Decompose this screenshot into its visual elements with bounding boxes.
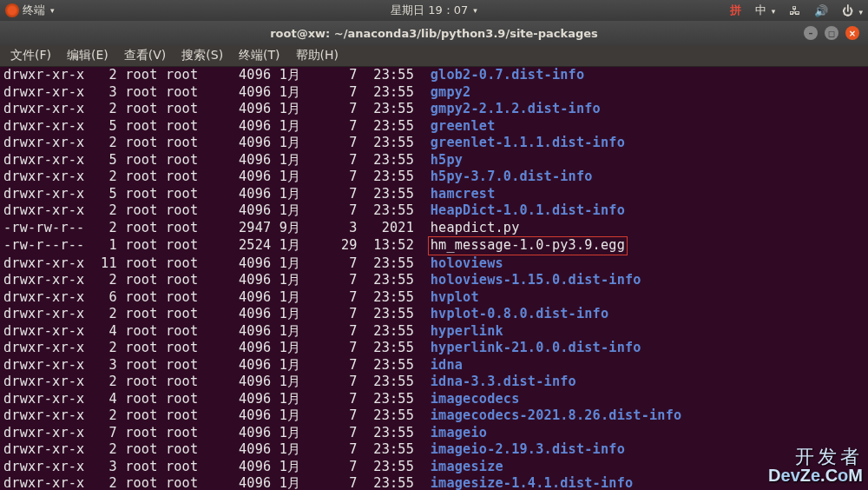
maximize-button[interactable]: ◻ <box>825 26 838 40</box>
ls-row: drwxr-xr-x 4 root root 4096 1月 7 23:55 h… <box>3 323 865 341</box>
minimize-button[interactable]: – <box>804 26 818 40</box>
panel-clock[interactable]: 星期日 19：07 ▾ <box>391 3 477 18</box>
window-title: root@xw: ~/anaconda3/lib/python3.9/site-… <box>270 27 598 40</box>
date-label: 星期日 <box>391 3 424 18</box>
volume-icon[interactable]: 🔊 <box>814 4 828 17</box>
entry-name: holoviews <box>431 255 503 271</box>
entry-name: h5py <box>431 152 463 168</box>
entry-name: imageio <box>431 425 487 440</box>
network-icon[interactable]: 🖧 <box>789 4 800 17</box>
entry-name: gmpy2 <box>431 84 471 100</box>
system-panel: 终端 ▾ 星期日 19：07 ▾ 拼 中 ▾ 🖧 🔊 ⏻ ▾ <box>0 0 868 21</box>
ls-row: drwxr-xr-x 11 root root 4096 1月 7 23:55 … <box>3 255 865 273</box>
entry-name: holoviews-1.15.0.dist-info <box>431 272 641 288</box>
entry-name: hyperlink <box>431 323 503 339</box>
ls-row: drwxr-xr-x 2 root root 4096 1月 7 23:55 i… <box>3 475 865 490</box>
entry-name: idna-3.3.dist-info <box>431 374 576 389</box>
menu-view[interactable]: 查看(V) <box>117 46 174 65</box>
entry-name: hvplot <box>431 289 479 305</box>
chevron-down-icon[interactable]: ▾ <box>50 6 55 15</box>
entry-name: hyperlink-21.0.0.dist-info <box>431 340 641 355</box>
window-controls: – ◻ × <box>804 26 868 40</box>
power-icon[interactable]: ⏻ ▾ <box>842 4 863 17</box>
ls-row: drwxr-xr-x 5 root root 4096 1月 7 23:55 h… <box>3 186 865 203</box>
ls-row: drwxr-xr-x 2 root root 4096 1月 7 23:55 g… <box>3 101 865 118</box>
ls-row: drwxr-xr-x 6 root root 4096 1月 7 23:55 h… <box>3 289 865 307</box>
ls-row: drwxr-xr-x 3 root root 4096 1月 7 23:55 g… <box>3 84 865 102</box>
ls-row: drwxr-xr-x 5 root root 4096 1月 7 23:55 h… <box>3 152 865 169</box>
entry-name: hamcrest <box>431 186 496 202</box>
ubuntu-logo-icon <box>5 3 19 17</box>
ls-row: drwxr-xr-x 2 root root 4096 1月 7 23:55 i… <box>3 441 865 459</box>
entry-name: h5py-3.7.0.dist-info <box>431 169 593 184</box>
ls-row: drwxr-xr-x 4 root root 4096 1月 7 23:55 i… <box>3 391 865 408</box>
ls-row: drwxr-xr-x 3 root root 4096 1月 7 23:55 i… <box>3 459 865 476</box>
chevron-down-icon: ▾ <box>473 6 477 15</box>
ls-row: drwxr-xr-x 2 root root 4096 1月 7 23:55 i… <box>3 407 865 425</box>
entry-name: imagesize-1.4.1.dist-info <box>431 475 634 490</box>
ls-row: drwxr-xr-x 2 root root 4096 1月 7 23:55 i… <box>3 374 865 391</box>
panel-left: 终端 ▾ <box>5 3 55 18</box>
ls-row: drwxr-xr-x 5 root root 4096 1月 7 23:55 g… <box>3 118 865 136</box>
entry-name: glob2-0.7.dist-info <box>431 67 585 83</box>
entry-name: HeapDict-1.0.1.dist-info <box>431 202 625 218</box>
ls-row: -rw-r--r-- 1 root root 2524 1月 29 13:52 … <box>3 236 865 255</box>
menu-edit[interactable]: 编辑(E) <box>60 46 115 65</box>
menu-help[interactable]: 帮助(H) <box>289 46 345 65</box>
ls-row: drwxr-xr-x 2 root root 4096 1月 7 23:55 H… <box>3 202 865 220</box>
ls-row: -rw-rw-r-- 2 root root 2947 9月 3 2021 he… <box>3 220 865 237</box>
active-app-label: 终端 <box>23 3 45 18</box>
entry-name: imagecodecs-2021.8.26.dist-info <box>431 407 682 423</box>
ls-row: drwxr-xr-x 2 root root 4096 1月 7 23:55 h… <box>3 169 865 186</box>
time-label: 19：07 <box>428 3 468 18</box>
menubar: 文件(F) 编辑(E) 查看(V) 搜索(S) 终端(T) 帮助(H) <box>0 45 868 67</box>
ls-row: drwxr-xr-x 3 root root 4096 1月 7 23:55 i… <box>3 357 865 374</box>
ime-lang[interactable]: 中 ▾ <box>755 3 776 18</box>
ls-row: drwxr-xr-x 2 root root 4096 1月 7 23:55 g… <box>3 67 865 84</box>
entry-name: heapdict.py <box>431 220 520 235</box>
ls-row: drwxr-xr-x 2 root root 4096 1月 7 23:55 g… <box>3 135 865 152</box>
menu-file[interactable]: 文件(F) <box>3 46 58 65</box>
entry-name: imagecodecs <box>431 391 520 407</box>
entry-name: greenlet-1.1.1.dist-info <box>431 135 625 150</box>
entry-name: idna <box>431 357 463 373</box>
ls-row: drwxr-xr-x 2 root root 4096 1月 7 23:55 h… <box>3 272 865 289</box>
highlighted-file: hm_message-1.0-py3.9.egg <box>428 236 628 255</box>
entry-name: greenlet <box>431 118 496 134</box>
entry-name: imageio-2.19.3.dist-info <box>431 441 625 457</box>
ls-row: drwxr-xr-x 2 root root 4096 1月 7 23:55 h… <box>3 340 865 357</box>
entry-name: imagesize <box>431 459 503 474</box>
window-titlebar[interactable]: root@xw: ~/anaconda3/lib/python3.9/site-… <box>0 21 868 45</box>
menu-terminal[interactable]: 终端(T) <box>232 46 286 65</box>
menu-search[interactable]: 搜索(S) <box>174 46 230 65</box>
entry-name: gmpy2-2.1.2.dist-info <box>431 101 601 116</box>
ls-row: drwxr-xr-x 2 root root 4096 1月 7 23:55 h… <box>3 306 865 323</box>
panel-right: 拼 中 ▾ 🖧 🔊 ⏻ ▾ <box>730 3 863 18</box>
ls-row: drwxr-xr-x 7 root root 4096 1月 7 23:55 i… <box>3 425 865 442</box>
entry-name: hvplot-0.8.0.dist-info <box>431 306 609 321</box>
terminal-output[interactable]: drwxr-xr-x 2 root root 4096 1月 7 23:55 g… <box>0 67 868 490</box>
close-button[interactable]: × <box>845 26 859 40</box>
ime-indicator[interactable]: 拼 <box>730 3 741 18</box>
